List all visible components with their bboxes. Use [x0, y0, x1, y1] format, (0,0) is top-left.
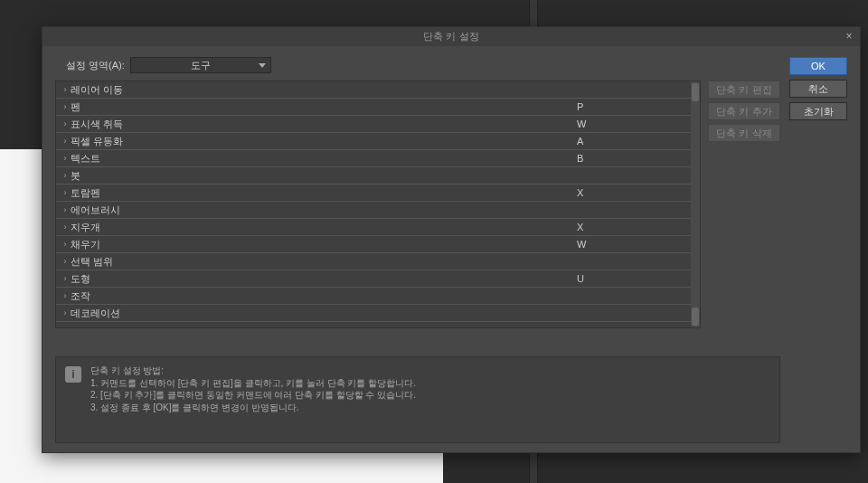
shortcut-list[interactable]: ›레이어 이동›펜P›표시색 취득W›픽셀 유동화A›텍스트B›붓›토람펜X›에… [56, 81, 691, 327]
shortcut-settings-dialog: 단축 키 설정 × 설정 영역(A): 도구 ›레이어 이동›펜P›표시색 취득… [42, 26, 861, 453]
chevron-right-icon: › [61, 137, 69, 146]
list-row[interactable]: ›조작 [56, 288, 691, 305]
settings-area-select[interactable]: 도구 [130, 57, 271, 73]
row-label: 토람펜 [71, 186, 577, 200]
cancel-button[interactable]: 취소 [789, 80, 847, 98]
scrollbar-thumb-top[interactable] [692, 83, 699, 101]
chevron-right-icon: › [61, 240, 69, 249]
shortcut-list-container: ›레이어 이동›펜P›표시색 취득W›픽셀 유동화A›텍스트B›붓›토람펜X›에… [55, 80, 701, 328]
row-label: 레이어 이동 [71, 83, 577, 97]
chevron-right-icon: › [61, 188, 69, 197]
chevron-right-icon: › [61, 274, 69, 283]
row-label: 채우기 [71, 238, 577, 251]
row-shortcut-key: U [577, 273, 685, 284]
row-label: 지우개 [71, 221, 577, 234]
settings-area-value: 도구 [191, 59, 211, 72]
list-row[interactable]: ›채우기W [56, 236, 691, 253]
chevron-right-icon: › [61, 171, 69, 180]
chevron-right-icon: › [61, 154, 69, 163]
chevron-right-icon: › [61, 85, 69, 94]
chevron-right-icon: › [61, 102, 69, 111]
reset-button[interactable]: 초기화 [789, 102, 847, 120]
list-row[interactable]: ›펜P [56, 99, 691, 116]
close-icon: × [845, 30, 852, 43]
chevron-right-icon: › [61, 223, 69, 232]
row-label: 붓 [71, 169, 577, 183]
chevron-right-icon: › [61, 308, 69, 317]
settings-area-label: 설정 영역(A): [66, 59, 125, 72]
row-label: 픽셀 유동화 [71, 135, 577, 148]
row-label: 도형 [71, 272, 577, 286]
list-row[interactable]: ›토람펜X [56, 185, 691, 202]
list-row[interactable]: ›텍스트B [56, 150, 691, 167]
content-row: ›레이어 이동›펜P›표시색 취득W›픽셀 유동화A›텍스트B›붓›토람펜X›에… [55, 80, 780, 347]
row-label: 텍스트 [71, 152, 577, 166]
info-text: 단축 키 설정 방법: 1. 커맨드를 선택하여 [단축 키 편집]을 클릭하고… [90, 365, 416, 413]
row-label: 조작 [71, 289, 577, 303]
scrollbar-thumb-bottom[interactable] [692, 308, 699, 326]
row-shortcut-key: X [577, 187, 685, 198]
dialog-titlebar: 단축 키 설정 × [42, 27, 860, 46]
row-label: 펜 [71, 100, 577, 114]
row-label: 선택 범위 [71, 255, 577, 269]
row-shortcut-key: W [577, 118, 685, 129]
list-row[interactable]: ›도형U [56, 270, 691, 288]
list-row[interactable]: ›선택 범위 [56, 253, 691, 270]
chevron-right-icon: › [61, 257, 69, 266]
row-label: 에어브러시 [71, 204, 577, 217]
row-label: 표시색 취득 [71, 118, 577, 131]
row-shortcut-key: W [577, 239, 685, 250]
chevron-right-icon: › [61, 205, 69, 214]
right-button-column: OK 취소 초기화 [789, 57, 847, 443]
list-row[interactable]: ›지우개X [56, 219, 691, 236]
side-buttons: 단축 키 편집 단축 키 추가 단축 키 삭제 [708, 80, 780, 347]
add-shortcut-button[interactable]: 단축 키 추가 [708, 102, 780, 120]
list-row[interactable]: ›표시색 취득W [56, 116, 691, 133]
list-scrollbar[interactable] [691, 81, 700, 327]
info-icon: i [65, 366, 81, 383]
dialog-title: 단축 키 설정 [423, 30, 478, 43]
list-row[interactable]: ›에어브러시 [56, 202, 691, 219]
chevron-right-icon: › [61, 291, 69, 300]
settings-area-row: 설정 영역(A): 도구 [55, 57, 780, 73]
ok-button[interactable]: OK [789, 57, 847, 75]
row-shortcut-key: B [577, 153, 685, 164]
list-row[interactable]: ›픽셀 유동화A [56, 133, 691, 150]
main-column: 설정 영역(A): 도구 ›레이어 이동›펜P›표시색 취득W›픽셀 유동화A›… [55, 57, 780, 443]
chevron-right-icon: › [61, 119, 69, 128]
dialog-body: 설정 영역(A): 도구 ›레이어 이동›펜P›표시색 취득W›픽셀 유동화A›… [42, 46, 860, 452]
info-panel: i 단축 키 설정 방법: 1. 커맨드를 선택하여 [단축 키 편집]을 클릭… [55, 356, 780, 443]
row-shortcut-key: X [577, 222, 685, 232]
edit-shortcut-button[interactable]: 단축 키 편집 [708, 80, 780, 99]
list-row[interactable]: ›데코레이션 [56, 305, 691, 322]
row-shortcut-key: P [577, 101, 685, 112]
row-shortcut-key: A [577, 136, 685, 147]
list-row[interactable]: ›붓 [56, 167, 691, 185]
close-button[interactable]: × [842, 29, 856, 43]
delete-shortcut-button[interactable]: 단축 키 삭제 [708, 124, 780, 142]
row-label: 데코레이션 [71, 307, 577, 320]
list-row[interactable]: ›레이어 이동 [56, 81, 691, 99]
